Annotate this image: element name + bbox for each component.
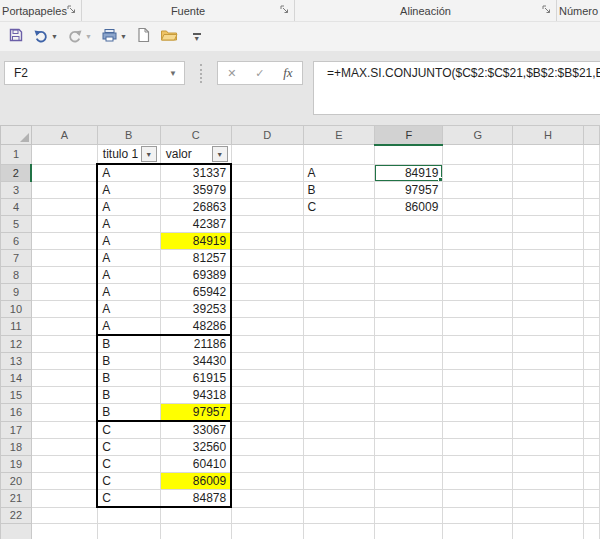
row-header-6[interactable]: 6 [1,233,32,250]
cell-D13[interactable] [231,353,303,370]
column-header-partial[interactable] [583,126,599,145]
row-header-21[interactable]: 21 [1,490,32,508]
cell-F1[interactable] [375,145,443,165]
cell-H8[interactable] [513,267,584,284]
cell-F7[interactable] [375,250,443,267]
print-button[interactable]: ▼ [101,27,127,47]
column-header-G[interactable]: G [443,126,513,145]
cell-B3[interactable]: A [97,182,160,199]
cell-F3[interactable]: 97957 [375,182,443,199]
cell-partial18[interactable] [583,439,599,456]
cell-D21[interactable] [231,490,303,508]
cell-D1[interactable] [231,145,303,165]
cell-F14[interactable] [375,370,443,387]
cell-G3[interactable] [443,182,513,199]
cell-G1[interactable] [443,145,513,165]
cell-partial6[interactable] [583,233,599,250]
cell-partial5[interactable] [583,216,599,233]
select-all-button[interactable] [1,126,32,145]
column-header-A[interactable]: A [31,126,97,145]
cell-G[interactable] [443,524,513,539]
cell-C16[interactable]: 97957 [160,404,231,422]
cell-D5[interactable] [231,216,303,233]
cell-D19[interactable] [231,456,303,473]
cell-A18[interactable] [31,439,97,456]
cell-A21[interactable] [31,490,97,508]
row-header-19[interactable]: 19 [1,456,32,473]
column-header-E[interactable]: E [303,126,375,145]
row-header-12[interactable]: 12 [1,335,32,353]
cell-C6[interactable]: 84919 [160,233,231,250]
cell-A2[interactable] [31,164,97,182]
cell-D2[interactable] [231,164,303,182]
row-header-10[interactable]: 10 [1,301,32,318]
row-header-3[interactable]: 3 [1,182,32,199]
cell-H15[interactable] [513,387,584,404]
cell-B10[interactable]: A [97,301,160,318]
cell-F8[interactable] [375,267,443,284]
cell-D14[interactable] [231,370,303,387]
cell-G22[interactable] [443,507,513,524]
cell-H16[interactable] [513,404,584,422]
cell-B[interactable] [97,524,160,539]
cell-H10[interactable] [513,301,584,318]
cell-A13[interactable] [31,353,97,370]
cell-H12[interactable] [513,335,584,353]
cell-partial15[interactable] [583,387,599,404]
cell-E16[interactable] [303,404,375,422]
dropdown-caret-icon[interactable]: ▼ [120,33,127,40]
cell-B18[interactable]: C [97,439,160,456]
cell-C[interactable] [160,524,231,539]
cell-A6[interactable] [31,233,97,250]
cell-H3[interactable] [513,182,584,199]
row-header-20[interactable]: 20 [1,473,32,490]
cell-G19[interactable] [443,456,513,473]
cell-D11[interactable] [231,318,303,336]
cell-partial2[interactable] [583,164,599,182]
save-button[interactable] [8,27,24,47]
cell-partial11[interactable] [583,318,599,336]
cell-C17[interactable]: 33067 [160,421,231,439]
cell-D15[interactable] [231,387,303,404]
cell-G7[interactable] [443,250,513,267]
dropdown-caret-icon[interactable]: ▼ [51,33,58,40]
cell-C4[interactable]: 26863 [160,199,231,216]
cell-D[interactable] [231,524,303,539]
cell-C1[interactable]: valor▼ [160,145,231,165]
row-header-13[interactable]: 13 [1,353,32,370]
cell-D10[interactable] [231,301,303,318]
cell-C20[interactable]: 86009 [160,473,231,490]
cell-H21[interactable] [513,490,584,508]
cell-partial20[interactable] [583,473,599,490]
cell-G2[interactable] [443,164,513,182]
cell-H20[interactable] [513,473,584,490]
cell-C18[interactable]: 32560 [160,439,231,456]
cell-H9[interactable] [513,284,584,301]
cell-F19[interactable] [375,456,443,473]
cell-C21[interactable]: 84878 [160,490,231,508]
cell-B17[interactable]: C [97,421,160,439]
cell-D9[interactable] [231,284,303,301]
cell-C19[interactable]: 60410 [160,456,231,473]
cell-A8[interactable] [31,267,97,284]
cell-partial14[interactable] [583,370,599,387]
cell-F10[interactable] [375,301,443,318]
dialog-launcher-icon[interactable] [67,5,77,15]
row-header-17[interactable]: 17 [1,421,32,439]
cell-D17[interactable] [231,421,303,439]
cell-E4[interactable]: C [303,199,375,216]
cell-F15[interactable] [375,387,443,404]
cell-H6[interactable] [513,233,584,250]
cell-H17[interactable] [513,421,584,439]
row-header-9[interactable]: 9 [1,284,32,301]
cell-B21[interactable]: C [97,490,160,508]
row-header-23[interactable] [1,524,32,539]
cell-D22[interactable] [231,507,303,524]
cell-E9[interactable] [303,284,375,301]
cell-H1[interactable] [513,145,584,165]
cell-E11[interactable] [303,318,375,336]
cell-partial9[interactable] [583,284,599,301]
chevron-down-icon[interactable]: ▼ [169,69,184,78]
formula-bar-separator[interactable] [200,64,202,83]
cell-A16[interactable] [31,404,97,422]
